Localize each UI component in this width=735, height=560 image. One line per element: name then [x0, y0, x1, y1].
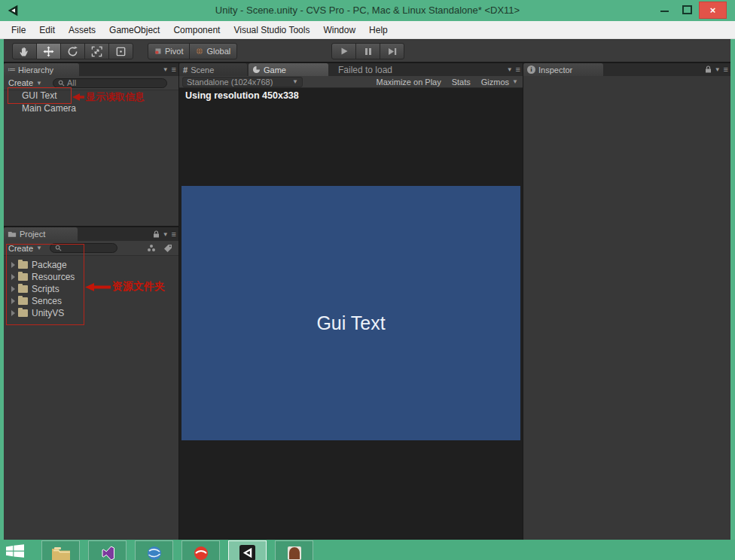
annotation-text: 显示读取信息: [86, 90, 145, 104]
hierarchy-item-main-camera[interactable]: Main Camera: [4, 102, 178, 114]
move-icon: [43, 46, 54, 57]
step-icon: [388, 47, 397, 56]
global-label: Global: [206, 47, 230, 56]
titlebar: Unity - Scene.unity - CVS Pro - PC, Mac …: [0, 0, 735, 21]
close-button[interactable]: ×: [699, 2, 727, 19]
tab-hierarchy[interactable]: ≔ Hierarchy: [4, 63, 79, 76]
info-icon: i: [527, 65, 535, 74]
menu-visual-studio-tools[interactable]: Visual Studio Tools: [227, 21, 316, 39]
hand-tool-button[interactable]: [12, 43, 37, 59]
window-title: Unity - Scene.unity - CVS Pro - PC, Mac …: [0, 0, 735, 21]
taskbar-browser[interactable]: [135, 540, 173, 560]
game-render-area: Gui Text: [181, 186, 520, 440]
annotation-gui-text: 显示读取信息: [72, 90, 145, 104]
aspect-ratio-dropdown[interactable]: Standalone (1024x768) ▼: [182, 77, 303, 87]
annotation-box-gui-text: [8, 87, 72, 104]
annotation-arrow-icon: [72, 93, 84, 102]
search-icon: [58, 80, 65, 87]
rotate-icon: [67, 46, 78, 57]
hand-icon: [19, 46, 30, 57]
panel-menu-icon[interactable]: ≡: [516, 65, 520, 74]
search-filter-label: All: [67, 78, 76, 87]
resolution-overlay: Using resolution 450x338: [185, 90, 299, 101]
menu-assets[interactable]: Assets: [62, 21, 102, 39]
menu-file[interactable]: File: [5, 21, 32, 39]
chevron-down-icon[interactable]: ▼: [715, 66, 721, 73]
chevron-down-icon: ▼: [36, 80, 42, 87]
red-app-icon: [194, 543, 209, 560]
scale-tool-button[interactable]: [84, 43, 109, 59]
global-toggle-button[interactable]: Global: [189, 43, 237, 59]
hierarchy-create-button[interactable]: Create ▼: [8, 78, 42, 87]
panel-menu-icon[interactable]: ≡: [724, 65, 727, 74]
create-label: Create: [8, 78, 33, 87]
gui-text-element: Gui Text: [181, 312, 520, 334]
main-camera-label: Main Camera: [22, 103, 76, 114]
menu-component[interactable]: Component: [166, 21, 227, 39]
rect-tool-button[interactable]: [108, 43, 133, 59]
menu-bar: File Edit Assets GameObject Component Vi…: [0, 21, 735, 39]
chevron-down-icon[interactable]: ▼: [507, 66, 513, 73]
game-view-toolbar: Standalone (1024x768) ▼ Maximize on Play…: [179, 76, 523, 88]
play-button[interactable]: [331, 43, 356, 59]
hierarchy-tab-label: Hierarchy: [18, 65, 53, 75]
step-button[interactable]: [380, 43, 404, 59]
start-button[interactable]: [6, 544, 24, 558]
tab-game[interactable]: Game: [249, 63, 328, 76]
pause-icon: [364, 47, 372, 56]
annotation-arrow-icon: [85, 282, 111, 292]
center-tabstrip: # Scene Game Failed to load ▼ ≡: [179, 63, 523, 76]
maximize-on-play-toggle[interactable]: Maximize on Play: [377, 78, 441, 87]
taskbar-unity[interactable]: [228, 540, 267, 560]
scene-grid-icon: #: [183, 65, 188, 75]
brown-app-icon: [287, 543, 302, 560]
taskbar-red-app[interactable]: [181, 540, 220, 560]
taskbar-visual-studio[interactable]: [88, 540, 127, 560]
status-message: Failed to load: [338, 65, 392, 75]
menu-gameobject[interactable]: GameObject: [102, 21, 166, 39]
pivot-toggle-button[interactable]: Pivot: [148, 43, 190, 59]
pivot-icon: [154, 47, 162, 55]
menu-edit[interactable]: Edit: [32, 21, 62, 39]
lock-icon[interactable]: [153, 230, 160, 238]
taskbar-file-explorer[interactable]: [41, 540, 80, 560]
chevron-down-icon: ▼: [512, 78, 518, 85]
annotation-folders: 资源文件夹: [85, 280, 165, 294]
globe-icon: [147, 543, 162, 560]
game-view-content: Using resolution 450x338 Gui Text: [179, 88, 523, 540]
rotate-tool-button[interactable]: [60, 43, 85, 59]
lock-icon[interactable]: [705, 65, 712, 73]
menu-help[interactable]: Help: [362, 21, 395, 39]
visual-studio-icon: [100, 543, 115, 560]
unity-app-icon: [239, 543, 255, 560]
tab-project[interactable]: Project: [4, 227, 78, 241]
hierarchy-search-input[interactable]: All: [53, 78, 167, 88]
prefab-filter-icon[interactable]: [147, 244, 156, 252]
gizmos-label: Gizmos: [481, 78, 509, 87]
move-tool-button[interactable]: [36, 43, 61, 59]
project-panel: Project ▼ ≡ Create ▼: [4, 227, 178, 540]
minimize-button[interactable]: [660, 11, 669, 12]
tab-inspector[interactable]: i Inspector: [523, 63, 603, 76]
pause-button[interactable]: [355, 43, 380, 59]
game-icon: [252, 65, 261, 74]
maximize-button[interactable]: [682, 5, 692, 14]
pivot-label: Pivot: [165, 47, 183, 56]
chevron-down-icon[interactable]: ▼: [163, 231, 169, 238]
folder-icon: [8, 230, 17, 238]
panel-menu-icon[interactable]: ≡: [172, 65, 175, 74]
tab-scene[interactable]: # Scene: [179, 63, 247, 76]
scene-tab-label: Scene: [191, 65, 214, 75]
scale-icon: [91, 46, 102, 57]
stats-toggle[interactable]: Stats: [452, 78, 471, 87]
project-tabstrip: Project ▼ ≡: [4, 227, 178, 241]
gizmos-dropdown[interactable]: Gizmos ▼: [481, 78, 518, 87]
panel-menu-icon[interactable]: ≡: [172, 230, 175, 239]
hierarchy-list-icon: ≔: [8, 65, 15, 75]
rect-tool-icon: [115, 46, 127, 57]
taskbar-brown-app[interactable]: [275, 540, 313, 560]
inspector-panel: i Inspector ▼ ≡: [523, 63, 730, 540]
label-filter-icon[interactable]: [163, 244, 172, 253]
menu-window[interactable]: Window: [316, 21, 362, 39]
chevron-down-icon[interactable]: ▼: [163, 66, 169, 73]
